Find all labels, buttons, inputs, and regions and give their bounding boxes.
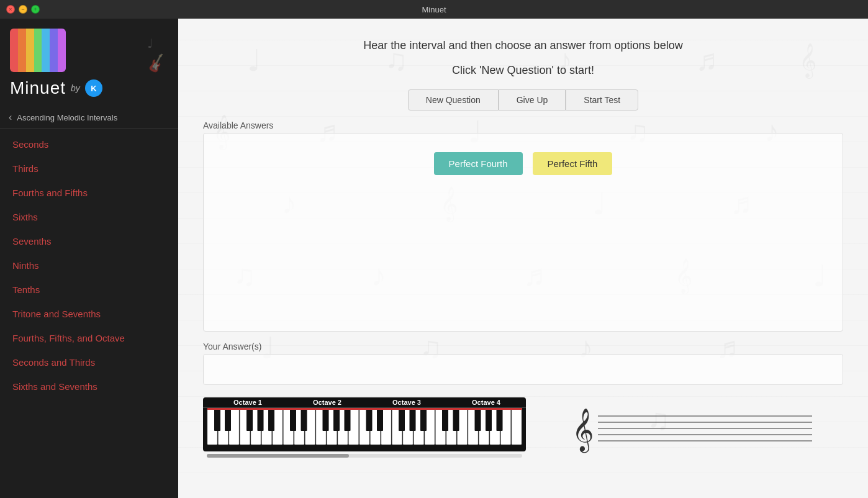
- instruction-sub: Click 'New Question' to start!: [203, 64, 843, 77]
- instruction-text: Hear the interval and then choose an ans…: [203, 37, 843, 54]
- sidebar-header: ♩ 🎸 Minuet by K: [0, 19, 178, 106]
- app-name-row: Minuet by K: [10, 78, 168, 98]
- svg-rect-44: [442, 409, 448, 431]
- svg-rect-49: [207, 408, 522, 410]
- svg-rect-38: [345, 409, 351, 431]
- sidebar-item-fourths-fifths-octave[interactable]: Fourths, Fifths, and Octave: [0, 326, 178, 350]
- toolbar: New Question Give Up Start Test: [203, 89, 843, 111]
- svg-rect-33: [268, 409, 274, 431]
- titlebar: × − + Minuet: [0, 0, 868, 19]
- sidebar-item-thirds[interactable]: Thirds: [0, 156, 178, 181]
- svg-rect-45: [453, 409, 459, 431]
- sidebar-nav: Seconds Thirds Fourths and Fifths Sixths…: [0, 129, 178, 402]
- svg-rect-36: [323, 409, 329, 431]
- piano-keyboard-svg[interactable]: // We'll use inline generation via the S…: [207, 408, 522, 449]
- sidebar: ♩ 🎸 Minuet by K ‹ Ascending Melodic Inte…: [0, 19, 178, 498]
- answer-button-perfect-fourth[interactable]: Perfect Fourth: [434, 152, 523, 175]
- piano-scrollbar-thumb: [207, 454, 349, 458]
- main-content: ♩ ♫ ♪ ♬ 𝄞 𝄞 ♬ ♩ ♫ ♪ ♪ 𝄞 ♩ ♬ ♫ ♪ ♬ 𝄞 ♩ ♩ …: [178, 19, 868, 498]
- app-name: Minuet: [10, 78, 66, 98]
- svg-rect-46: [475, 409, 481, 431]
- svg-rect-32: [258, 409, 264, 431]
- sidebar-item-fourths-fifths[interactable]: Fourths and Fifths: [0, 181, 178, 205]
- nav-section-title: Ascending Melodic Intervals: [17, 113, 117, 122]
- music-staff-svg: 𝄞: [567, 404, 815, 453]
- sidebar-item-sixths-sevenths[interactable]: Sixths and Sevenths: [0, 374, 178, 399]
- octave-label-1: Octave 1: [208, 399, 287, 406]
- give-up-button[interactable]: Give Up: [499, 89, 566, 111]
- answer-button-perfect-fifth[interactable]: Perfect Fifth: [533, 152, 613, 175]
- content-inner: Hear the interval and then choose an ans…: [178, 19, 868, 472]
- start-test-button[interactable]: Start Test: [566, 89, 638, 111]
- music-icons-decoration: ♩ 🎸: [147, 36, 166, 72]
- app-logo: [10, 29, 66, 72]
- nav-section-header: ‹ Ascending Melodic Intervals: [0, 106, 178, 129]
- svg-rect-31: [246, 409, 253, 431]
- svg-rect-42: [410, 409, 416, 431]
- answers-area: Perfect Fourth Perfect Fifth: [203, 133, 843, 332]
- sidebar-item-ninths[interactable]: Ninths: [0, 253, 178, 278]
- svg-rect-34: [290, 409, 296, 431]
- sidebar-item-sevenths[interactable]: Sevenths: [0, 229, 178, 253]
- close-button[interactable]: ×: [6, 5, 15, 14]
- svg-rect-30: [225, 409, 231, 431]
- window-title: Minuet: [422, 5, 446, 14]
- svg-rect-40: [377, 409, 383, 431]
- octave-label-2: Octave 2: [287, 399, 367, 406]
- available-answers-section: Available Answers Perfect Fourth Perfect…: [203, 120, 843, 332]
- svg-rect-37: [333, 409, 340, 431]
- staff-area: 𝄞: [538, 397, 843, 460]
- svg-rect-47: [486, 409, 492, 431]
- logo-area: ♩ 🎸: [10, 29, 168, 72]
- your-answers-label: Your Answer(s): [203, 342, 843, 351]
- svg-rect-43: [420, 409, 427, 431]
- by-label: by: [71, 83, 80, 93]
- piano-keys-wrap[interactable]: // We'll use inline generation via the S…: [203, 408, 526, 451]
- kde-badge: K: [85, 79, 102, 97]
- svg-rect-48: [497, 409, 503, 431]
- svg-rect-35: [301, 409, 307, 431]
- piano-section: Octave 1 Octave 2 Octave 3 Octave 4 // W…: [203, 397, 843, 460]
- svg-rect-39: [366, 409, 373, 431]
- svg-rect-29: [214, 409, 220, 431]
- available-answers-label: Available Answers: [203, 120, 843, 130]
- your-answers-section: Your Answer(s): [203, 342, 843, 385]
- nav-back-icon[interactable]: ‹: [9, 112, 12, 123]
- sidebar-item-tritone-sevenths[interactable]: Tritone and Sevenths: [0, 302, 178, 326]
- your-answers-area: [203, 354, 843, 385]
- octave-label-3: Octave 3: [367, 399, 446, 406]
- svg-rect-41: [399, 409, 405, 431]
- new-question-button[interactable]: New Question: [408, 89, 499, 111]
- window-controls[interactable]: × − +: [6, 5, 40, 14]
- piano-scrollbar[interactable]: [207, 454, 522, 458]
- sidebar-item-seconds-thirds[interactable]: Seconds and Thirds: [0, 350, 178, 374]
- octave-labels: Octave 1 Octave 2 Octave 3 Octave 4: [203, 397, 526, 408]
- svg-rect-28: [512, 409, 522, 445]
- sidebar-item-seconds[interactable]: Seconds: [0, 132, 178, 156]
- piano-container: Octave 1 Octave 2 Octave 3 Octave 4 // W…: [203, 397, 526, 451]
- maximize-button[interactable]: +: [31, 5, 40, 14]
- sidebar-item-sixths[interactable]: Sixths: [0, 205, 178, 229]
- sidebar-item-tenths[interactable]: Tenths: [0, 278, 178, 302]
- minimize-button[interactable]: −: [19, 5, 27, 14]
- octave-label-4: Octave 4: [446, 399, 526, 406]
- treble-clef: 𝄞: [572, 409, 594, 453]
- app-container: ♩ 🎸 Minuet by K ‹ Ascending Melodic Inte…: [0, 19, 868, 498]
